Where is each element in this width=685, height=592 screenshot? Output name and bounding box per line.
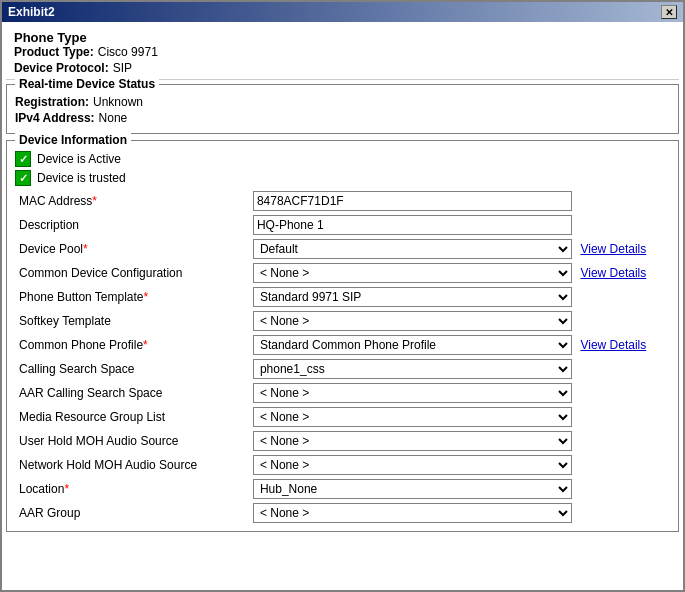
link-cell-user_hold_moh [576,429,670,453]
view-details-link-common_phone_profile[interactable]: View Details [580,338,646,352]
registration-label: Registration: [15,95,89,109]
device-info-form: MAC Address*DescriptionDevice Pool*Defau… [15,189,670,525]
link-cell-calling_search_space [576,357,670,381]
form-row-softkey_template: Softkey Template< None > [15,309,670,333]
input-cell-user_hold_moh: < None > [249,429,577,453]
device-info-content: ✓ Device is Active ✓ Device is trusted M… [15,147,670,525]
select-common_phone_profile[interactable]: Standard Common Phone Profile [253,335,573,355]
device-trusted-icon: ✓ [15,170,31,186]
input-cell-phone_button_template: Standard 9971 SIP [249,285,577,309]
input-cell-mac [249,189,577,213]
form-row-description: Description [15,213,670,237]
select-aar_group[interactable]: < None > [253,503,573,523]
label-phone_button_template: Phone Button Template* [15,285,249,309]
form-row-calling_search_space: Calling Search Spacephone1_css [15,357,670,381]
link-cell-phone_button_template [576,285,670,309]
form-row-aar_group: AAR Group< None > [15,501,670,525]
device-active-label: Device is Active [37,152,121,166]
select-aar_calling_search_space[interactable]: < None > [253,383,573,403]
device-trusted-row: ✓ Device is trusted [15,170,670,186]
form-row-device_pool: Device Pool*DefaultView Details [15,237,670,261]
label-network_hold_moh: Network Hold MOH Audio Source [15,453,249,477]
input-cell-description [249,213,577,237]
label-calling_search_space: Calling Search Space [15,357,249,381]
label-description: Description [15,213,249,237]
link-cell-common_device_config: View Details [576,261,670,285]
select-device_pool[interactable]: Default [253,239,573,259]
link-cell-common_phone_profile: View Details [576,333,670,357]
link-cell-aar_group [576,501,670,525]
select-media_resource_group[interactable]: < None > [253,407,573,427]
ipv4-label: IPv4 Address: [15,111,95,125]
link-cell-media_resource_group [576,405,670,429]
input-description[interactable] [253,215,573,235]
label-aar_calling_search_space: AAR Calling Search Space [15,381,249,405]
label-softkey_template: Softkey Template [15,309,249,333]
input-cell-media_resource_group: < None > [249,405,577,429]
input-cell-common_device_config: < None > [249,261,577,285]
input-cell-common_phone_profile: Standard Common Phone Profile [249,333,577,357]
label-device_pool: Device Pool* [15,237,249,261]
input-cell-aar_calling_search_space: < None > [249,381,577,405]
link-cell-device_pool: View Details [576,237,670,261]
form-row-user_hold_moh: User Hold MOH Audio Source< None > [15,429,670,453]
titlebar: Exhibit2 ✕ [2,2,683,22]
form-row-aar_calling_search_space: AAR Calling Search Space< None > [15,381,670,405]
device-active-row: ✓ Device is Active [15,151,670,167]
label-user_hold_moh: User Hold MOH Audio Source [15,429,249,453]
link-cell-aar_calling_search_space [576,381,670,405]
label-common_phone_profile: Common Phone Profile* [15,333,249,357]
select-calling_search_space[interactable]: phone1_css [253,359,573,379]
window-title: Exhibit2 [8,5,55,19]
link-cell-mac [576,189,670,213]
phone-type-title: Phone Type [14,30,671,45]
main-window: Exhibit2 ✕ Phone Type Product Type: Cisc… [0,0,685,592]
link-cell-network_hold_moh [576,453,670,477]
device-protocol-row: Device Protocol: SIP [14,61,671,75]
link-cell-description [576,213,670,237]
registration-value: Unknown [93,95,143,109]
registration-row: Registration: Unknown [15,95,670,109]
input-mac[interactable] [253,191,573,211]
close-button[interactable]: ✕ [661,5,677,19]
device-info-section: Device Information ✓ Device is Active ✓ … [6,140,679,532]
form-row-location: Location*Hub_None [15,477,670,501]
realtime-status-section: Real-time Device Status Registration: Un… [6,84,679,134]
form-row-mac: MAC Address* [15,189,670,213]
input-cell-aar_group: < None > [249,501,577,525]
device-protocol-value: SIP [113,61,132,75]
ipv4-row: IPv4 Address: None [15,111,670,125]
label-location: Location* [15,477,249,501]
label-mac: MAC Address* [15,189,249,213]
select-network_hold_moh[interactable]: < None > [253,455,573,475]
select-user_hold_moh[interactable]: < None > [253,431,573,451]
device-trusted-label: Device is trusted [37,171,126,185]
input-cell-device_pool: Default [249,237,577,261]
product-type-value: Cisco 9971 [98,45,158,59]
view-details-link-common_device_config[interactable]: View Details [580,266,646,280]
phone-type-header: Phone Type Product Type: Cisco 9971 Devi… [6,26,679,80]
select-softkey_template[interactable]: < None > [253,311,573,331]
form-row-media_resource_group: Media Resource Group List< None > [15,405,670,429]
product-type-label: Product Type: [14,45,94,59]
ipv4-value: None [99,111,128,125]
input-cell-network_hold_moh: < None > [249,453,577,477]
link-cell-location [576,477,670,501]
select-phone_button_template[interactable]: Standard 9971 SIP [253,287,573,307]
realtime-status-title: Real-time Device Status [15,77,159,91]
form-row-common_phone_profile: Common Phone Profile*Standard Common Pho… [15,333,670,357]
device-info-title: Device Information [15,133,131,147]
link-cell-softkey_template [576,309,670,333]
input-cell-calling_search_space: phone1_css [249,357,577,381]
form-row-common_device_config: Common Device Configuration< None >View … [15,261,670,285]
label-aar_group: AAR Group [15,501,249,525]
device-protocol-label: Device Protocol: [14,61,109,75]
select-common_device_config[interactable]: < None > [253,263,573,283]
device-active-icon: ✓ [15,151,31,167]
label-media_resource_group: Media Resource Group List [15,405,249,429]
view-details-link-device_pool[interactable]: View Details [580,242,646,256]
select-location[interactable]: Hub_None [253,479,573,499]
product-type-row: Product Type: Cisco 9971 [14,45,671,59]
content-area: Phone Type Product Type: Cisco 9971 Devi… [2,22,683,590]
label-common_device_config: Common Device Configuration [15,261,249,285]
